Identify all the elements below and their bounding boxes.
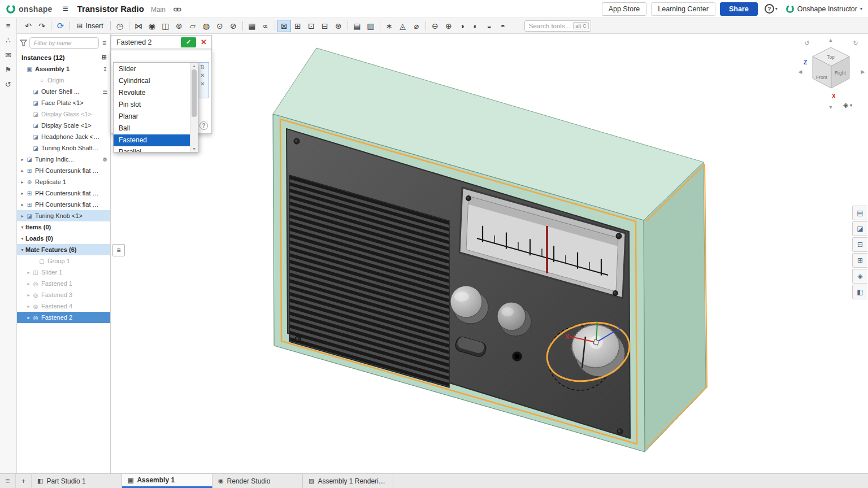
toolbar-tool-icon[interactable] <box>348 21 348 30</box>
share-link-icon[interactable] <box>173 6 181 13</box>
document-tab[interactable]: ▣ Assembly 1 <box>122 474 212 488</box>
toolbar-tool-icon[interactable] <box>275 21 275 30</box>
toolbar-tool-icon[interactable]: ⊕ <box>442 20 455 32</box>
toolbar-tool-icon[interactable]: ◒ <box>483 20 496 32</box>
rail-icon[interactable]: ∴ <box>6 37 10 44</box>
tree-item[interactable]: ○ Origin <box>17 75 110 86</box>
clear-connector-icon[interactable]: ✕ <box>200 81 205 87</box>
collapse-arrow-icon[interactable]: ▾ <box>19 236 25 241</box>
help-icon[interactable]: ? <box>765 4 774 14</box>
toolbar-tool-icon[interactable]: ◍ <box>199 20 213 32</box>
dropdown-option[interactable]: Cylindrical <box>114 75 190 87</box>
toolbar-tool-icon[interactable]: ⌀ <box>410 20 423 32</box>
tree-section-header[interactable]: ▾ Mate Features (6) <box>17 244 110 255</box>
scrollbar-thumb[interactable] <box>192 69 197 117</box>
toolbar-tool-icon[interactable]: ∗ <box>383 20 396 32</box>
tree-item-action-icon[interactable]: ↧ <box>100 66 110 72</box>
toolbar-tool-icon[interactable] <box>426 21 426 30</box>
swap-connectors-icon[interactable]: ⇅ <box>200 64 205 70</box>
dialog-confirm-button[interactable]: ✓ <box>181 37 196 47</box>
graphics-area[interactable]: X Z <box>111 34 868 473</box>
tree-item[interactable]: ▸ ⊞ PH Countersunk flat h... <box>17 199 110 210</box>
tree-item[interactable]: ▣ Assembly 1 ↧ <box>17 63 110 75</box>
toolbar-tool-icon[interactable] <box>380 21 380 30</box>
rail-icon[interactable]: ⚑ <box>5 66 12 73</box>
list-options-icon[interactable]: ≡ <box>101 39 107 47</box>
expand-arrow-icon[interactable]: ▸ <box>19 180 25 185</box>
toolbar-tool-icon[interactable]: ⋈ <box>132 20 145 32</box>
panel-settings-icon[interactable]: ⊞ <box>102 54 107 61</box>
toolbar-tool-icon[interactable] <box>242 21 243 30</box>
expand-arrow-icon[interactable]: ▸ <box>19 191 25 196</box>
toolbar-tool-icon[interactable]: ▱ <box>186 20 199 32</box>
tree-item[interactable]: ◪ Display Glass <1> <box>17 108 110 120</box>
app-store-button[interactable]: App Store <box>602 2 647 16</box>
3d-viewport[interactable]: X Z <box>111 34 868 473</box>
toolbar-tool-icon[interactable]: ⊚ <box>172 20 186 32</box>
toolbar-tool-icon[interactable]: ∝ <box>259 20 272 32</box>
learning-center-button[interactable]: Learning Center <box>651 2 715 16</box>
expand-arrow-icon[interactable]: ▸ <box>25 293 32 298</box>
account-menu[interactable]: Onshape Instructor ▾ <box>785 5 862 14</box>
toolbar-tool-icon[interactable]: ◐ <box>469 20 483 32</box>
rail-icon[interactable]: ≡ <box>6 22 11 29</box>
panel-tab-icon[interactable]: ▤ <box>852 206 867 220</box>
mate-feature-item[interactable]: ▸ ◎ Fastened 2 <box>17 312 110 323</box>
tree-item[interactable]: ▸ ⊛ Replicate 1 <box>17 176 110 188</box>
toolbar-tool-icon[interactable]: ▦ <box>245 20 259 32</box>
panel-tab-icon[interactable]: ◧ <box>852 285 867 299</box>
mate-list-toggle-button[interactable]: ≡ <box>112 244 125 256</box>
headphone-jack[interactable] <box>512 351 522 361</box>
main-menu-icon[interactable]: ≡ <box>63 3 68 15</box>
scroll-down-icon[interactable]: ▼ <box>192 147 196 151</box>
tree-item[interactable]: ◪ Face Plate <1> <box>17 97 110 108</box>
expand-arrow-icon[interactable]: ▸ <box>19 168 25 173</box>
dropdown-option[interactable]: Slider <box>114 63 190 75</box>
mate-feature-item[interactable]: ▸ ◎ Fastened 4 <box>17 300 110 312</box>
expand-arrow-icon[interactable]: ▸ <box>25 315 32 320</box>
toolbar-tool-icon[interactable] <box>129 21 129 30</box>
tree-item[interactable]: ◪ Outer Shell ... ☰ <box>17 86 110 97</box>
help-menu[interactable]: ? ▾ <box>765 4 778 14</box>
panel-tab-icon[interactable]: ◪ <box>852 221 867 236</box>
dialog-cancel-button[interactable]: ✕ <box>199 38 208 46</box>
panel-tab-icon[interactable]: ◈ <box>852 269 867 284</box>
expand-arrow-icon[interactable]: ▸ <box>25 281 32 286</box>
toolbar-tool-icon[interactable]: ⊘ <box>227 20 240 32</box>
toolbar-tool-icon[interactable]: ◓ <box>496 20 510 32</box>
tree-item-action-icon[interactable]: ⚙ <box>100 156 110 163</box>
share-button[interactable]: Share <box>720 2 758 16</box>
document-tab[interactable]: ◧ Part Studio 1 <box>32 474 122 488</box>
dropdown-option[interactable]: Ball <box>114 123 190 134</box>
document-tab[interactable]: ▨ Assembly 1 Rendering.j... <box>303 474 393 488</box>
dropdown-option[interactable]: Revolute <box>114 87 190 99</box>
toolbar-tool-icon[interactable]: ◷ <box>113 20 127 32</box>
insert-button[interactable]: ⊞ Insert <box>72 20 108 31</box>
filter-by-name-input[interactable] <box>29 37 99 49</box>
expand-arrow-icon[interactable]: ▸ <box>25 270 32 275</box>
toolbar-tool-icon[interactable]: ⊞ <box>291 20 305 32</box>
toolbar-tool-icon[interactable]: ◫ <box>159 20 172 32</box>
onshape-logo[interactable]: onshape <box>6 4 53 14</box>
mate-feature-item[interactable]: ▸ ◫ Slider 1 <box>17 267 110 278</box>
dropdown-option[interactable]: Pin slot <box>114 99 190 111</box>
toolbar-tool-icon[interactable]: ◑ <box>455 20 469 32</box>
toolbar-tool-icon[interactable]: ◬ <box>396 20 410 32</box>
add-tab-button[interactable]: + <box>16 474 32 488</box>
dropdown-scrollbar[interactable]: ▲ ▼ <box>190 63 198 152</box>
expand-arrow-icon[interactable]: ▸ <box>19 213 25 219</box>
expand-arrow-icon[interactable]: ▸ <box>19 202 25 207</box>
dropdown-option[interactable]: Planar <box>114 111 190 123</box>
toolbar-tool-icon[interactable]: ⊖ <box>428 20 442 32</box>
toolbar-tool-icon[interactable]: ▤ <box>350 20 364 32</box>
expand-arrow-icon[interactable]: ▸ <box>19 157 25 162</box>
tree-item[interactable]: ◪ Tuning Knob Shaft <1> <box>17 142 110 154</box>
tree-item[interactable]: ◪ Display Scale <1> <box>17 120 110 131</box>
tree-section-header[interactable]: ▾ Items (0) <box>17 221 110 233</box>
tree-item[interactable]: ◪ Headphone Jack <1> <box>17 131 110 142</box>
toolbar-tool-icon[interactable]: ⊛ <box>332 20 345 32</box>
tree-section-header[interactable]: ▾ Loads (0) <box>17 233 110 244</box>
toolbar-tool-icon[interactable]: ◉ <box>145 20 159 32</box>
toolbar-tool-icon[interactable]: ⊠ <box>277 20 291 32</box>
rail-icon[interactable]: ↺ <box>5 81 11 88</box>
